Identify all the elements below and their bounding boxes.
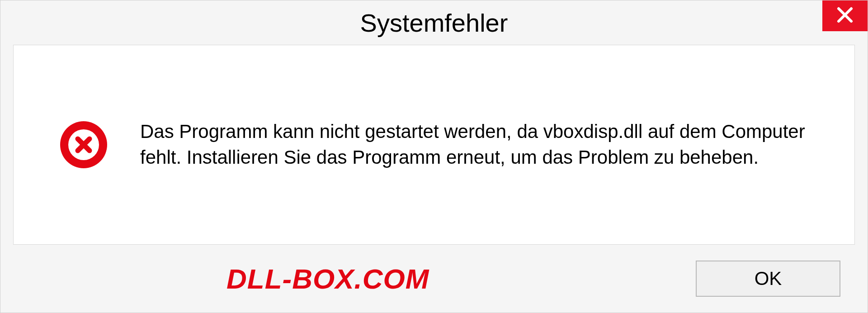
close-icon [836,6,854,26]
close-button[interactable] [822,0,868,31]
titlebar: Systemfehler [0,0,868,45]
content-panel: Das Programm kann nicht gestartet werden… [13,45,855,245]
error-dialog: Systemfehler Das Programm kann nicht ges… [0,0,868,313]
ok-button[interactable]: OK [696,261,840,297]
watermark-text: DLL-BOX.COM [226,263,429,295]
dialog-footer: DLL-BOX.COM OK [0,245,868,313]
error-icon [59,120,108,170]
dialog-title: Systemfehler [360,8,508,38]
error-message: Das Programm kann nicht gestartet werden… [140,119,818,170]
